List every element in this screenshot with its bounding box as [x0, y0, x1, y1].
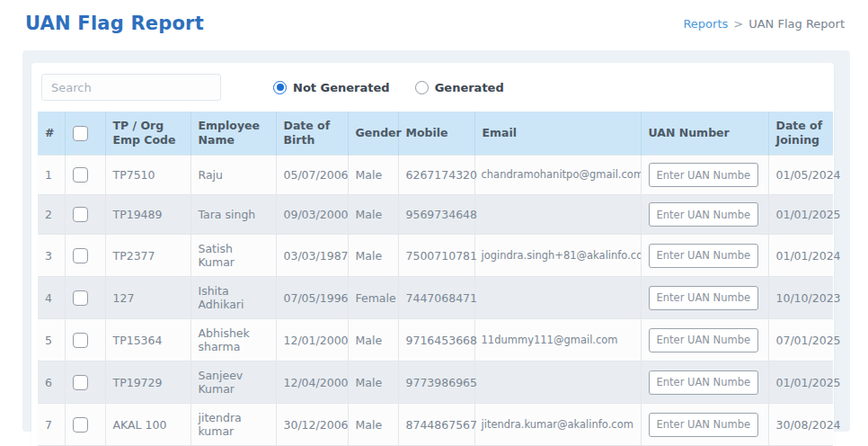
search-input[interactable] [41, 74, 221, 101]
table-cell: 11dummy111@gmail.com [474, 319, 641, 361]
table-cell: 1 [38, 156, 65, 195]
radio-label: Not Generated [293, 81, 390, 94]
radio-option-not-generated[interactable]: Not Generated [273, 81, 390, 94]
table-cell: 07/01/2025 [768, 319, 833, 361]
table-cell: 01/01/2024 [768, 235, 833, 277]
table-cell: Male [348, 404, 398, 446]
filter-row: Not GeneratedGenerated [38, 74, 828, 112]
table-cell: 09/03/2000 [276, 195, 348, 235]
table-cell: 3 [38, 235, 65, 277]
uan-cell [641, 277, 768, 319]
table-cell: 10/10/2023 [768, 277, 833, 319]
checkbox-cell [65, 404, 105, 446]
row-checkbox[interactable] [73, 333, 88, 348]
report-card: Not GeneratedGenerated #TP / Org Emp Cod… [31, 63, 834, 446]
table-cell: 30/12/2006 [276, 404, 348, 446]
uan-cell [641, 361, 768, 404]
select-all-header [65, 112, 105, 156]
table-cell: TP19489 [105, 195, 190, 235]
radio-option-generated[interactable]: Generated [415, 81, 504, 94]
radio-group: Not GeneratedGenerated [273, 81, 504, 94]
table-cell: 01/01/2025 [768, 361, 833, 404]
uan-number-input[interactable] [649, 163, 758, 187]
uan-cell [641, 156, 768, 195]
checkbox-cell [65, 156, 105, 195]
table-cell: 30/08/2024 [768, 404, 833, 446]
column-header: Gender [348, 112, 398, 156]
page-title: UAN Flag Report [25, 13, 204, 34]
column-header: UAN Number [641, 112, 768, 156]
table-cell: 8744867567 [398, 404, 474, 446]
table-cell [474, 361, 641, 404]
table-cell: Sanjeev Kumar [190, 361, 276, 404]
table-row: 2TP19489Tara singh09/03/2000Male95697346… [38, 195, 833, 235]
table-cell: Male [348, 156, 398, 195]
table-cell: TP15364 [105, 319, 190, 361]
table-cell: 9569734648 [398, 195, 474, 235]
column-header: Employee Name [190, 112, 276, 156]
table-cell: jitendra.kumar@akalinfo.com [474, 404, 641, 446]
table-cell: 03/03/1987 [276, 235, 348, 277]
uan-number-input[interactable] [649, 244, 758, 268]
content-container: Not GeneratedGenerated #TP / Org Emp Cod… [22, 50, 850, 432]
row-checkbox[interactable] [73, 207, 88, 222]
table-cell: Ishita Adhikari [190, 277, 276, 319]
row-checkbox[interactable] [73, 417, 88, 433]
row-checkbox[interactable] [73, 290, 88, 306]
column-header: Email [474, 112, 641, 156]
breadcrumb: Reports > UAN Flag Report [683, 17, 845, 31]
column-header: Date of Joining [768, 112, 833, 156]
row-checkbox[interactable] [73, 167, 88, 183]
uan-report-table: #TP / Org Emp CodeEmployee NameDate of B… [38, 112, 833, 446]
table-cell: 2 [38, 195, 65, 235]
table-header-row: #TP / Org Emp CodeEmployee NameDate of B… [38, 112, 833, 156]
table-cell: 9716453668 [398, 319, 474, 361]
radio-icon[interactable] [273, 81, 287, 94]
table-cell: 6267174320 [398, 156, 474, 195]
table-cell: Tara singh [190, 195, 276, 235]
uan-cell [641, 404, 768, 446]
table-cell: 05/07/2006 [276, 156, 348, 195]
radio-label: Generated [435, 81, 504, 94]
checkbox-cell [65, 361, 105, 404]
uan-number-input[interactable] [649, 328, 758, 352]
table-cell: chandramohanitpo@gmail.com [474, 156, 641, 195]
checkbox-cell [65, 235, 105, 277]
table-cell: Female [348, 277, 398, 319]
uan-number-input[interactable] [649, 413, 758, 437]
uan-cell [641, 195, 768, 235]
uan-number-input[interactable] [649, 202, 758, 227]
table-row: 4127Ishita Adhikari07/05/1996Female74470… [38, 277, 833, 319]
table-cell: Male [348, 195, 398, 235]
uan-number-input[interactable] [649, 286, 758, 310]
table-cell: 12/01/2000 [276, 319, 348, 361]
breadcrumb-current: UAN Flag Report [748, 17, 845, 31]
column-header: Date of Birth [276, 112, 348, 156]
breadcrumb-reports-link[interactable]: Reports [683, 17, 728, 31]
table-cell: 12/04/2000 [276, 361, 348, 404]
table-cell: 4 [38, 277, 65, 319]
row-checkbox[interactable] [73, 248, 88, 263]
table-cell [474, 277, 641, 319]
table-cell: 07/05/1996 [276, 277, 348, 319]
table-row: 3TP2377Satish Kumar03/03/1987Male7500710… [38, 235, 833, 277]
checkbox-cell [65, 195, 105, 235]
table-cell: Abhishek sharma [190, 319, 276, 361]
table-cell: 01/01/2025 [768, 195, 833, 235]
uan-number-input[interactable] [649, 370, 758, 395]
table-cell: 7447068471 [398, 277, 474, 319]
table-row: 6TP19729Sanjeev Kumar12/04/2000Male97739… [38, 361, 833, 404]
table-cell: AKAL 100 [105, 404, 190, 446]
checkbox-cell [65, 277, 105, 319]
table-cell: 6 [38, 361, 65, 404]
table-cell: 5 [38, 319, 65, 361]
topbar: UAN Flag Report Reports > UAN Flag Repor… [0, 0, 868, 45]
row-checkbox[interactable] [73, 375, 88, 390]
table-cell: TP19729 [105, 361, 190, 404]
radio-icon[interactable] [415, 81, 429, 94]
table-row: 5TP15364Abhishek sharma12/01/2000Male971… [38, 319, 833, 361]
column-header: Mobile [398, 112, 474, 156]
select-all-checkbox[interactable] [73, 126, 88, 141]
table-cell: Male [348, 361, 398, 404]
table-cell: Male [348, 319, 398, 361]
